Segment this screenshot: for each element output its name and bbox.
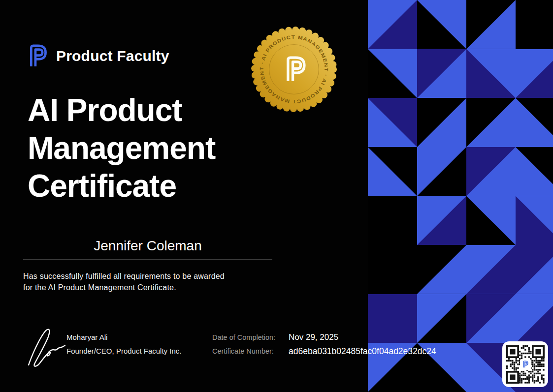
title-line: Management xyxy=(28,129,215,167)
pattern-cell xyxy=(417,98,466,147)
completion-date-value: Nov 29, 2025 xyxy=(289,332,338,342)
recipient-name: Jennifer Coleman xyxy=(23,238,272,254)
pattern-cell xyxy=(368,196,417,245)
pattern-cell xyxy=(466,196,516,245)
pattern-cell xyxy=(466,49,516,98)
pattern-cell xyxy=(417,49,466,98)
pattern-cell xyxy=(516,49,553,98)
pattern-cell xyxy=(417,147,466,196)
pattern-cell xyxy=(368,147,417,196)
pattern-cell xyxy=(516,245,553,294)
pattern-cell xyxy=(368,98,417,147)
pf-monogram-icon xyxy=(521,360,529,368)
pattern-cell xyxy=(368,0,417,49)
geometric-pattern xyxy=(368,0,553,392)
brand-logo: Product Faculty xyxy=(23,42,169,69)
statement-line: for the AI Product Management Certificat… xyxy=(23,282,225,293)
pattern-cell xyxy=(417,196,466,245)
name-underline xyxy=(23,259,272,260)
gold-seal-icon: AI PRODUCT MANAGEMENT · AI PRODUCT MANAG… xyxy=(250,26,338,113)
pattern-cell xyxy=(417,294,466,343)
title-line: AI Product xyxy=(28,91,215,129)
signatory-title: Founder/CEO, Product Faculty Inc. xyxy=(66,347,181,355)
pattern-cell xyxy=(417,0,466,49)
pf-monogram-icon xyxy=(23,42,50,69)
pattern-cell xyxy=(516,294,553,343)
pattern-cell xyxy=(466,98,516,147)
pattern-cell xyxy=(466,245,516,294)
pattern-cell xyxy=(368,294,417,343)
pattern-cell xyxy=(516,147,553,196)
certificate: Product Faculty AI PRODUCT MANAGEMENT · … xyxy=(0,0,553,392)
award-statement: Has successfully fulfilled all requireme… xyxy=(23,271,225,293)
qr-card xyxy=(502,341,548,387)
certificate-number-label: Certificate Number: xyxy=(212,347,274,355)
pattern-cell xyxy=(466,147,516,196)
completion-date-label: Date of Completion: xyxy=(212,333,275,341)
pattern-cell xyxy=(368,245,417,294)
pattern-cell xyxy=(466,0,516,49)
pattern-cell xyxy=(417,245,466,294)
pattern-cell xyxy=(368,49,417,98)
certificate-title: AI Product Management Certificate xyxy=(28,91,215,205)
signature-icon xyxy=(23,320,70,369)
signatory-name: Moharyar Ali xyxy=(66,333,107,341)
pattern-cell xyxy=(516,196,553,245)
pattern-cell xyxy=(516,98,553,147)
statement-line: Has successfully fulfilled all requireme… xyxy=(23,271,225,282)
brand-name: Product Faculty xyxy=(56,48,169,64)
certificate-number-value: ad6eba031b02485fac0f04ad2e32dc24 xyxy=(289,346,436,357)
qr-logo xyxy=(520,359,531,370)
title-line: Certificate xyxy=(28,167,215,205)
pattern-cell xyxy=(466,294,516,343)
pattern-cell xyxy=(516,0,553,49)
